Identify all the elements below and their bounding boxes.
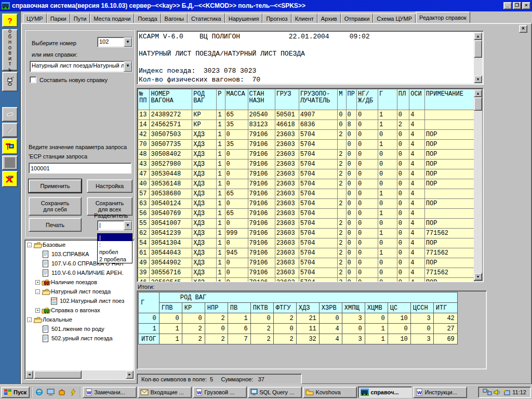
quick-launch-ie[interactable]	[34, 387, 44, 397]
dropdown-option[interactable]: |	[98, 234, 132, 241]
table-row[interactable]: 5530541007ХДЗ1079106236035704200004ПОР	[138, 219, 474, 229]
tree-horizontal-scrollbar[interactable]: ◄ ►	[25, 370, 134, 379]
quick-launch-channels[interactable]	[57, 387, 67, 397]
tree-item[interactable]: -Натурный лист поезда	[25, 287, 134, 296]
scroll-down-button[interactable]: ▼	[474, 75, 482, 83]
close-button[interactable]: ×	[522, 2, 530, 9]
report-name-combobox[interactable]: Натурный лист поезда/Натурный л ▼	[30, 61, 132, 72]
scroll-right-button[interactable]: ►	[126, 370, 134, 379]
table-row[interactable]: 5430541304ХДЗ1079106236035704200004ПОР	[138, 238, 474, 248]
scroll-down-button[interactable]: ▼	[474, 273, 482, 281]
scrollbar-track[interactable]	[474, 58, 482, 75]
tab-Отправки[interactable]: Отправки	[341, 14, 374, 23]
apply-button[interactable]: Применить	[29, 179, 82, 193]
table-row[interactable]: 4630560545ХДЗ1079106236035704200004ПОР	[138, 278, 474, 283]
minimize-button[interactable]: _	[503, 2, 512, 9]
task-button[interactable]: WИнструкци...	[413, 387, 467, 398]
left-toolbar-blank-button[interactable]	[2, 155, 18, 170]
tree-toggle-collapse-icon[interactable]: -	[27, 243, 32, 247]
tab-Схема ЦУМР[interactable]: Схема ЦУМР	[373, 14, 416, 23]
tree-item[interactable]: +Справка о вагонах	[25, 305, 134, 315]
table-scrollbar[interactable]: ▲ ▼	[474, 89, 482, 281]
left-toolbar-edit-button[interactable]	[2, 123, 18, 137]
panel-close-button[interactable]: ×	[519, 25, 527, 33]
left-toolbar-repair-button[interactable]	[2, 171, 18, 187]
scrollbar-thumb[interactable]	[34, 370, 82, 379]
tab-Прогноз[interactable]: Прогноз	[262, 14, 291, 23]
save-for-self-button[interactable]: Сохранить для себя	[29, 197, 82, 216]
table-row[interactable]: 6230541239ХДЗ199979106236035704200104771…	[138, 229, 474, 238]
tree-item[interactable]: 501.лжение по роду	[25, 324, 134, 334]
tree-item[interactable]: -Локальные	[25, 315, 134, 324]
table-row[interactable]: 4230507503ХДЗ1079106236035704200004ПОР	[138, 130, 474, 140]
tree-item[interactable]: НЛП102.Натурный лист поез	[25, 296, 134, 305]
table-row[interactable]: 7030507735ХДЗ1357910623603570400104ПОР	[138, 140, 474, 150]
scroll-up-button[interactable]: ▲	[474, 32, 482, 40]
scrollbar-thumb[interactable]	[474, 40, 482, 58]
table-row[interactable]: 4930544902ХДЗ1079106236035704200004ПОР	[138, 258, 474, 268]
new-report-checkbox[interactable]	[30, 76, 36, 83]
table-row[interactable]: 6130544043ХДЗ194579106236035704200104771…	[138, 248, 474, 258]
dropdown-option[interactable]: пробел	[98, 248, 132, 256]
scrollbar-thumb[interactable]	[474, 97, 482, 111]
tree-toggle-expand-icon[interactable]: +	[35, 280, 40, 285]
separator-combobox[interactable]: | ▼	[97, 220, 132, 231]
task-button[interactable]: Kovshova	[303, 387, 357, 398]
task-button[interactable]: SQL Query ...	[248, 387, 302, 398]
tab-Нарушения[interactable]: Нарушения	[225, 14, 263, 23]
task-button[interactable]: WЗамечани...	[83, 387, 137, 398]
tab-ЦУМР[interactable]: ЦУМР	[23, 14, 47, 23]
start-button[interactable]: Пуск	[1, 387, 30, 398]
table-row[interactable]: 3930556716ХДЗ107910623603570420000477156…	[138, 268, 474, 278]
tree-item[interactable]: +Наличие поездов	[25, 277, 134, 287]
table-row[interactable]: 4030536148ХДЗ1079106236035704200004ПОР	[138, 179, 474, 189]
left-toolbar-erase-button[interactable]	[2, 107, 18, 122]
tree-toggle-collapse-icon[interactable]: -	[35, 289, 40, 294]
tree-item[interactable]: 110.V-6.0 НАЛИЧИЕ АРЕН.	[25, 268, 134, 277]
task-button[interactable]: Входящие ...	[138, 387, 192, 398]
left-toolbar-tools-button[interactable]	[2, 138, 18, 154]
scrollbar-track[interactable]	[474, 111, 482, 273]
tab-Парки[interactable]: Парки	[47, 14, 70, 23]
tab-Редактор справок[interactable]: Редактор справок	[416, 11, 470, 23]
left-toolbar-refresh-button[interactable]: о б н о в и т ь	[2, 29, 18, 71]
table-row[interactable]: 4830508402ХДЗ1079106236035704200004ПОР	[138, 150, 474, 159]
tab-Статистика[interactable]: Статистика	[188, 14, 225, 23]
chevron-down-icon[interactable]: ▼	[124, 221, 132, 230]
chevron-down-icon[interactable]: ▼	[124, 61, 132, 72]
dropdown-option[interactable]: 2 пробела	[98, 256, 132, 263]
table-row[interactable]: 5630540769ХДЗ1657910623603570400104	[138, 209, 474, 219]
left-toolbar-help-button[interactable]: ?	[2, 14, 18, 27]
table-row[interactable]: 4730530448ХДЗ1079106236035704200004ПОР	[138, 169, 474, 179]
quick-launch-desktop[interactable]	[45, 387, 56, 397]
tab-Клиент[interactable]: Клиент	[291, 14, 317, 23]
tree-toggle-collapse-icon[interactable]: -	[27, 317, 32, 322]
tree-item[interactable]: 502.урный лист поезда	[25, 334, 134, 343]
task-button[interactable]: WГрузовой ...	[193, 387, 247, 398]
settings-button[interactable]: Настройка	[87, 179, 132, 193]
table-row[interactable]: 6330540124ХДЗ1079106236035704200004ПОР	[138, 199, 474, 209]
dropdown-option[interactable]: :	[98, 241, 132, 248]
tree-toggle-expand-icon[interactable]: +	[35, 308, 40, 313]
tab-Вагоны[interactable]: Вагоны	[161, 14, 188, 23]
task-button[interactable]: справоч...	[358, 387, 412, 398]
scrollbar-track[interactable]	[82, 370, 126, 379]
tab-Места подачи[interactable]: Места подачи	[90, 14, 134, 23]
tab-Поезда[interactable]: Поезда	[134, 14, 161, 23]
report-text[interactable]: КСАРМ V-6.0 ВЦ ПОЛИГОН 22.01.2004 09:02 …	[139, 33, 473, 83]
scroll-left-button[interactable]: ◄	[25, 370, 33, 379]
tab-Архив[interactable]: Архив	[317, 14, 341, 23]
table-row[interactable]: 5730538680ХДЗ1657910623603570400104	[138, 189, 474, 199]
table-row[interactable]: 1424562571КР13583123466186836080124	[138, 120, 474, 130]
scroll-up-button[interactable]: ▲	[474, 89, 482, 97]
tab-Пути[interactable]: Пути	[70, 14, 90, 23]
print-button[interactable]: Печать	[29, 218, 82, 232]
table-row[interactable]: 1324389272КР16520540505014907000104	[138, 110, 474, 120]
report-number-combobox[interactable]: 102 ▼	[97, 37, 132, 47]
esr-station-input[interactable]	[29, 163, 131, 174]
table-row[interactable]: 4330527980ХДЗ1079106236035704200004ПОР	[138, 159, 474, 169]
report-scrollbar[interactable]: ▲ ▼	[474, 32, 482, 83]
quick-launch-winamp[interactable]	[68, 387, 78, 397]
chevron-down-icon[interactable]: ▼	[124, 37, 132, 47]
left-toolbar-connect-button[interactable]	[2, 72, 18, 91]
